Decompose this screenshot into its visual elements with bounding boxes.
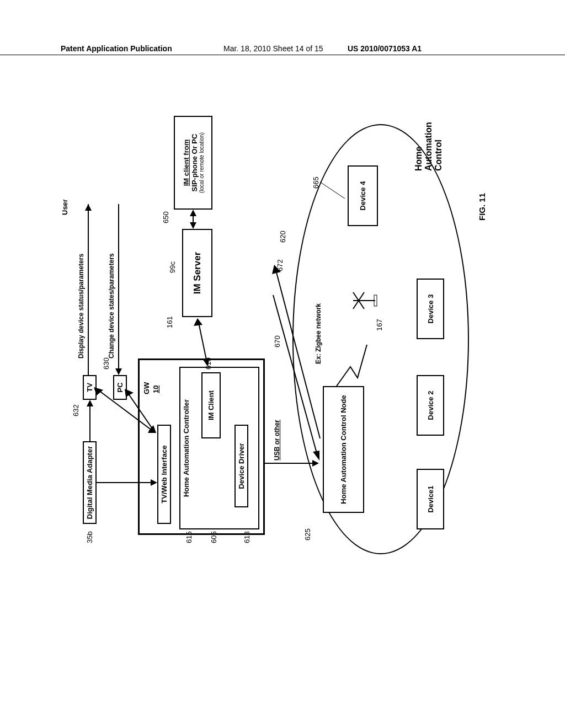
page-header: Patent Application Publication Mar. 18, … [0, 44, 565, 55]
dev1-box: Device1 [417, 469, 444, 529]
ref-605: 605 [210, 531, 218, 543]
svg-marker-16 [194, 318, 202, 326]
wireless-icon [337, 314, 370, 386]
svg-marker-5 [87, 400, 93, 406]
ref-650: 650 [162, 211, 170, 223]
header-mid: Mar. 18, 2010 Sheet 14 of 15 [223, 44, 323, 53]
antenna-icon [350, 290, 378, 312]
svg-marker-18 [190, 222, 196, 229]
header-right: US 2010/0071053 A1 [348, 44, 422, 53]
pc-tvweb-arrow [127, 386, 160, 436]
dma-tv-arrow [82, 397, 98, 441]
ref-625: 625 [303, 528, 312, 540]
header-left: Patent Application Publication [61, 44, 172, 53]
svg-marker-15 [202, 359, 209, 367]
imclient-remote-l2: SIP-phone Or PC [190, 134, 199, 192]
user-label: User [61, 199, 69, 215]
ref-167: 167 [375, 319, 383, 331]
imclient-remote-box: IM client from SIP-phone Or PC (local or… [174, 116, 212, 210]
server-remote-arrow [185, 207, 201, 229]
ref-630: 630 [102, 357, 110, 370]
devdrv-box: Device Driver [234, 425, 248, 507]
svg-line-30 [320, 182, 345, 199]
ctrlnode-box: Home Automation Control Node [323, 386, 364, 513]
imserver-box: IM Server [182, 229, 212, 317]
ref-161: 161 [166, 316, 174, 328]
dev3-box: Device 3 [417, 279, 444, 339]
svg-marker-19 [190, 210, 196, 216]
hac-title: Home Automation Control [414, 110, 444, 171]
ref-672: 672 [276, 259, 284, 271]
svg-marker-3 [115, 368, 122, 375]
diagram-canvas: User Digital Media Adapter 35b TV 632 PC… [72, 132, 475, 524]
ref-632: 632 [72, 404, 80, 416]
svg-line-11 [127, 392, 153, 430]
svg-line-14 [199, 323, 207, 362]
imclient-imserver-arrow [190, 314, 223, 367]
imclient-box: IM Client [201, 372, 221, 438]
dma-tvweb-arrow [97, 474, 160, 491]
dev2-box: Device 2 [417, 375, 444, 436]
svg-marker-7 [151, 479, 157, 486]
imclient-remote-l1: IM client from [182, 140, 190, 186]
dev4-box: Device 4 [348, 165, 378, 226]
change-label: Change device states/parameters [108, 253, 115, 358]
ref-665: 665 [312, 176, 320, 189]
ref-665-line [320, 171, 348, 199]
display-label: Display device status/parameters [77, 254, 85, 358]
ref-35b: 35b [86, 531, 94, 543]
svg-marker-1 [85, 204, 92, 211]
hac-box-label: Home Automation Controller [182, 399, 190, 497]
imclient-remote-l3: (local or remote location) [199, 132, 205, 193]
usb-text: USB or other [273, 420, 281, 461]
ref-613: 613 [243, 531, 251, 543]
ref-99c: 99c [168, 261, 177, 273]
zigbee-label: Ex: Zigbee network [315, 303, 322, 364]
dma-box: Digital Media Adapter [83, 441, 97, 524]
usb-label: USB or other [273, 420, 281, 461]
svg-marker-12 [148, 425, 156, 433]
svg-marker-13 [125, 389, 134, 397]
ref-615: 615 [185, 531, 193, 543]
ref-620: 620 [279, 231, 287, 243]
fig-label: FIG. 11 [477, 193, 487, 221]
